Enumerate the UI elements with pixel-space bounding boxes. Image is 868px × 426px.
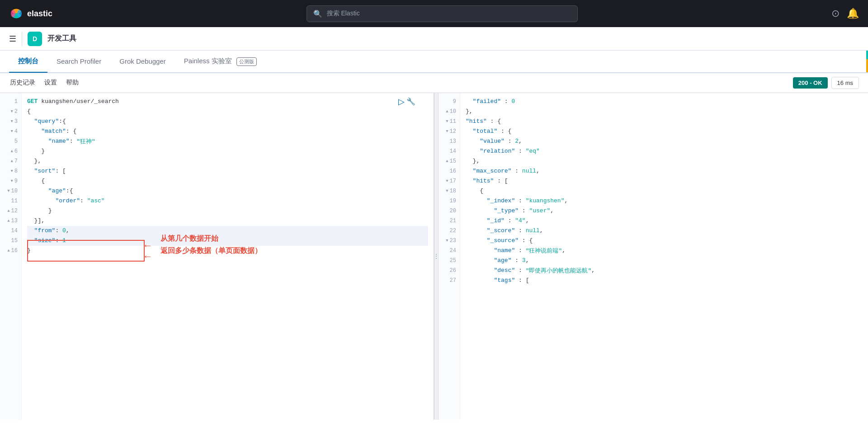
r-line-num-19: 19: [439, 196, 460, 206]
tab-console[interactable]: 控制台: [9, 51, 47, 73]
wrench-button[interactable]: 🔧: [406, 97, 415, 107]
code-line-15: "size": 1: [27, 236, 428, 246]
panel-resizer[interactable]: ⋮: [434, 93, 439, 420]
code-line-1: GET kuangshen/user/_search: [27, 97, 428, 107]
line-num-10: ▼10: [0, 186, 21, 196]
tab-bar: 控制台 Search Profiler Grok Debugger Painle…: [0, 51, 868, 73]
code-line-6: }: [27, 146, 428, 156]
elastic-logo[interactable]: elastic: [9, 6, 52, 21]
r-code-line-23: "_source" : {: [466, 236, 863, 246]
search-bar-container: 🔍 搜索 Elastic: [60, 5, 824, 22]
r-line-num-27: 27: [439, 276, 460, 286]
line-num-7: ▲7: [0, 156, 21, 166]
run-btn-overlay: ▷ 🔧: [398, 97, 415, 107]
search-icon: 🔍: [313, 9, 322, 18]
r-code-line-25: "age" : 3,: [466, 256, 863, 266]
r-line-num-10: ▲10: [439, 107, 460, 117]
code-line-2: {: [27, 107, 428, 117]
line-num-15: 15: [0, 236, 21, 246]
r-line-num-15: ▲15: [439, 156, 460, 166]
r-code-line-9: "failed" : 0: [466, 97, 863, 107]
right-indicator: [866, 51, 868, 72]
line-num-16: ▲16: [0, 246, 21, 256]
right-line-numbers: 9 ▲10 ▼11 ▼12 13 14 ▲15 16 ▼17 ▼18 19 20…: [439, 93, 460, 420]
r-code-line-10: },: [466, 107, 863, 117]
tab-search-profiler[interactable]: Search Profiler: [47, 51, 110, 72]
r-code-line-12: "total" : {: [466, 126, 863, 136]
code-line-13: }],: [27, 216, 428, 226]
top-navigation: elastic 🔍 搜索 Elastic ⊙ 🔔: [0, 0, 868, 27]
dev-tools-badge: D: [28, 32, 42, 46]
r-code-line-15: },: [466, 156, 863, 166]
r-line-num-16: 16: [439, 166, 460, 176]
logo-text: elastic: [27, 9, 52, 19]
r-line-num-14: 14: [439, 146, 460, 156]
line-num-2: ▼2: [0, 107, 21, 117]
svg-point-3: [11, 10, 15, 17]
code-line-12: }: [27, 206, 428, 216]
svg-point-4: [17, 10, 22, 17]
history-button[interactable]: 历史记录: [9, 77, 36, 89]
help-button[interactable]: 帮助: [65, 77, 80, 89]
r-code-line-13: "value" : 2,: [466, 136, 863, 146]
help-icon-btn[interactable]: ⊙: [831, 8, 840, 19]
line-num-5: 5: [0, 136, 21, 146]
r-line-num-13: 13: [439, 136, 460, 146]
line-num-9: ▼9: [0, 176, 21, 186]
nav-icons: ⊙ 🔔: [831, 8, 859, 19]
r-code-line-18: {: [466, 186, 863, 196]
r-line-num-17: ▼17: [439, 176, 460, 186]
status-badge: 200 - OK: [793, 77, 828, 89]
r-line-num-21: 21: [439, 216, 460, 226]
settings-button[interactable]: 设置: [43, 77, 58, 89]
line-num-3: ▼3: [0, 117, 21, 126]
nav-divider: [22, 32, 22, 46]
code-line-8: "sort": [: [27, 166, 428, 176]
right-code-area: 9 ▲10 ▼11 ▼12 13 14 ▲15 16 ▼17 ▼18 19 20…: [439, 93, 868, 420]
line-num-8: ▼8: [0, 166, 21, 176]
r-line-num-23: ▼23: [439, 236, 460, 246]
toolbar: 历史记录 设置 帮助 200 - OK 16 ms: [0, 73, 868, 93]
r-line-num-24: 24: [439, 246, 460, 256]
r-code-line-16: "max_score" : null,: [466, 166, 863, 176]
r-code-line-17: "hits" : [: [466, 176, 863, 186]
left-editor-panel[interactable]: 1 ▼2 ▼3 ▼4 5 ▲6 ▲7 ▼8 ▼9 ▼10 11 ▲12 ▲13 …: [0, 93, 434, 420]
line-num-1: 1: [0, 97, 21, 107]
secondary-navigation: ☰ D 开发工具: [0, 27, 868, 51]
notification-icon-btn[interactable]: 🔔: [847, 8, 859, 19]
code-line-5: "name": "狂神": [27, 136, 428, 146]
r-code-line-14: "relation" : "eq": [466, 146, 863, 156]
line-num-14: 14: [0, 226, 21, 236]
code-line-10: "age":{: [27, 186, 428, 196]
editor-container: 1 ▼2 ▼3 ▼4 5 ▲6 ▲7 ▼8 ▼9 ▼10 11 ▲12 ▲13 …: [0, 93, 868, 420]
toolbar-right: 200 - OK 16 ms: [793, 77, 859, 89]
r-code-line-11: "hits" : {: [466, 117, 863, 126]
r-line-num-12: ▼12: [439, 126, 460, 136]
line-num-11: 11: [0, 196, 21, 206]
r-line-num-22: 22: [439, 226, 460, 236]
code-line-4: "match": {: [27, 126, 428, 136]
r-code-line-19: "_index" : "kuangshen",: [466, 196, 863, 206]
line-num-4: ▼4: [0, 126, 21, 136]
r-line-num-9: 9: [439, 97, 460, 107]
line-num-13: ▲13: [0, 216, 21, 226]
right-editor-panel[interactable]: 9 ▲10 ▼11 ▼12 13 14 ▲15 16 ▼17 ▼18 19 20…: [439, 93, 868, 420]
r-code-line-24: "name" : "狂神说前端",: [466, 246, 863, 256]
r-line-num-26: 26: [439, 266, 460, 276]
left-code-content[interactable]: ▷ 🔧 GET kuangshen/user/_search { "query"…: [22, 93, 434, 420]
line-num-6: ▲6: [0, 146, 21, 156]
r-line-num-11: ▼11: [439, 117, 460, 126]
hamburger-button[interactable]: ☰: [9, 34, 16, 44]
code-line-7: },: [27, 156, 428, 166]
global-search-bar[interactable]: 🔍 搜索 Elastic: [307, 5, 578, 22]
code-line-3: "query":{: [27, 117, 428, 126]
tab-grok-debugger[interactable]: Grok Debugger: [110, 51, 175, 72]
tab-painless[interactable]: Painless 实验室 公测版: [175, 51, 266, 73]
r-line-num-18: ▼18: [439, 186, 460, 196]
run-button[interactable]: ▷: [398, 97, 405, 107]
r-code-line-22: "_score" : null,: [466, 226, 863, 236]
beta-badge: 公测版: [236, 57, 257, 66]
code-line-14: "from": 0,: [27, 226, 428, 236]
r-code-line-27: "tags" : [: [466, 276, 863, 286]
r-code-line-21: "_id" : "4",: [466, 216, 863, 226]
